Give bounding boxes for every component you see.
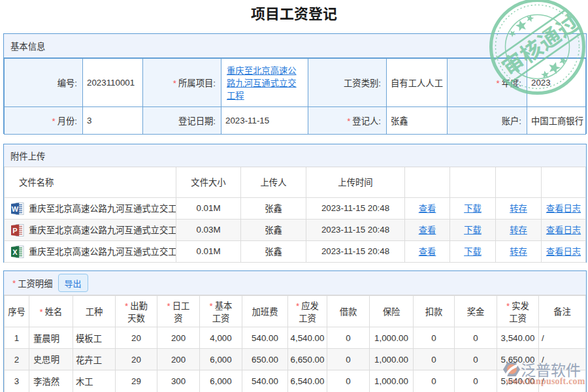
svg-text:P: P xyxy=(12,226,17,234)
svg-text:W: W xyxy=(12,204,19,212)
svg-text:X: X xyxy=(12,248,18,255)
